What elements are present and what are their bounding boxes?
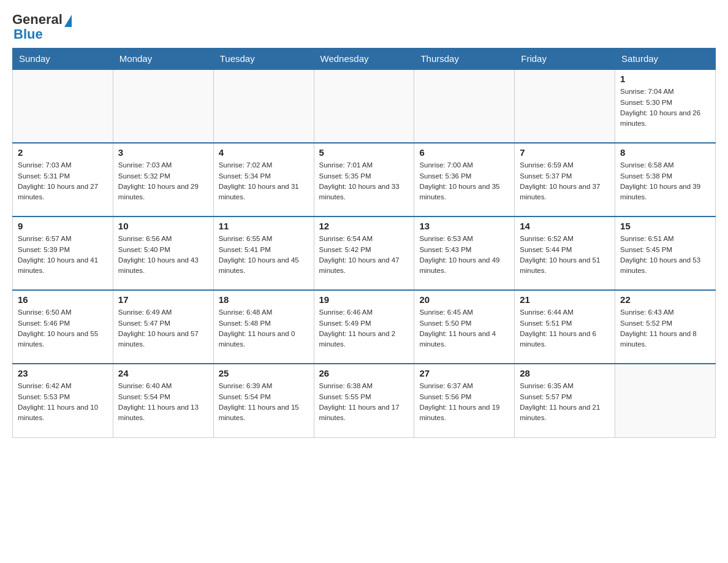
calendar-header: SundayMondayTuesdayWednesdayThursdayFrid…: [13, 48, 716, 70]
calendar-cell: 8Sunrise: 6:58 AM Sunset: 5:38 PM Daylig…: [615, 143, 716, 216]
day-info: Sunrise: 7:01 AM Sunset: 5:35 PM Dayligh…: [319, 160, 409, 202]
day-info: Sunrise: 6:37 AM Sunset: 5:56 PM Dayligh…: [419, 381, 509, 423]
day-info: Sunrise: 6:57 AM Sunset: 5:39 PM Dayligh…: [18, 234, 108, 276]
day-info: Sunrise: 6:59 AM Sunset: 5:37 PM Dayligh…: [520, 160, 610, 202]
day-number: 25: [219, 368, 309, 378]
day-number: 17: [118, 294, 208, 305]
calendar-cell: 25Sunrise: 6:39 AM Sunset: 5:54 PM Dayli…: [213, 364, 314, 437]
day-info: Sunrise: 7:03 AM Sunset: 5:31 PM Dayligh…: [18, 160, 108, 202]
calendar-cell: 21Sunrise: 6:44 AM Sunset: 5:51 PM Dayli…: [515, 290, 615, 364]
day-number: 24: [118, 368, 208, 378]
day-info: Sunrise: 7:00 AM Sunset: 5:36 PM Dayligh…: [419, 160, 509, 202]
calendar-cell: 22Sunrise: 6:43 AM Sunset: 5:52 PM Dayli…: [615, 290, 716, 364]
day-info: Sunrise: 6:39 AM Sunset: 5:54 PM Dayligh…: [219, 381, 309, 423]
calendar-cell: 14Sunrise: 6:52 AM Sunset: 5:44 PM Dayli…: [515, 216, 615, 290]
day-info: Sunrise: 6:35 AM Sunset: 5:57 PM Dayligh…: [520, 381, 610, 423]
calendar-cell: [113, 69, 213, 143]
day-number: 28: [520, 368, 610, 378]
day-number: 3: [118, 147, 208, 158]
header-monday: Monday: [113, 48, 213, 70]
calendar-cell: 18Sunrise: 6:48 AM Sunset: 5:48 PM Dayli…: [213, 290, 314, 364]
day-info: Sunrise: 7:04 AM Sunset: 5:30 PM Dayligh…: [620, 86, 710, 129]
calendar-cell: 26Sunrise: 6:38 AM Sunset: 5:55 PM Dayli…: [314, 364, 414, 437]
day-number: 15: [620, 221, 710, 231]
day-number: 1: [620, 74, 710, 84]
header-thursday: Thursday: [414, 48, 515, 70]
calendar-cell: [13, 69, 113, 143]
day-number: 20: [419, 294, 509, 305]
calendar-cell: 5Sunrise: 7:01 AM Sunset: 5:35 PM Daylig…: [314, 143, 414, 216]
day-number: 18: [219, 294, 309, 305]
day-number: 8: [620, 147, 710, 158]
day-number: 22: [620, 294, 710, 305]
header-tuesday: Tuesday: [213, 48, 314, 70]
calendar-cell: 20Sunrise: 6:45 AM Sunset: 5:50 PM Dayli…: [414, 290, 515, 364]
calendar-cell: 19Sunrise: 6:46 AM Sunset: 5:49 PM Dayli…: [314, 290, 414, 364]
day-number: 7: [520, 147, 610, 158]
calendar-cell: 27Sunrise: 6:37 AM Sunset: 5:56 PM Dayli…: [414, 364, 515, 437]
calendar-cell: 10Sunrise: 6:56 AM Sunset: 5:40 PM Dayli…: [113, 216, 213, 290]
calendar-cell: [615, 364, 716, 437]
calendar-cell: 3Sunrise: 7:03 AM Sunset: 5:32 PM Daylig…: [113, 143, 213, 216]
day-info: Sunrise: 6:51 AM Sunset: 5:45 PM Dayligh…: [620, 234, 710, 276]
day-info: Sunrise: 6:52 AM Sunset: 5:44 PM Dayligh…: [520, 234, 610, 276]
calendar-cell: 11Sunrise: 6:55 AM Sunset: 5:41 PM Dayli…: [213, 216, 314, 290]
header-saturday: Saturday: [615, 48, 716, 70]
day-number: 27: [419, 368, 509, 378]
day-number: 9: [18, 221, 108, 231]
day-info: Sunrise: 6:58 AM Sunset: 5:38 PM Dayligh…: [620, 160, 710, 202]
calendar-cell: 13Sunrise: 6:53 AM Sunset: 5:43 PM Dayli…: [414, 216, 515, 290]
day-info: Sunrise: 6:54 AM Sunset: 5:42 PM Dayligh…: [319, 234, 409, 276]
day-info: Sunrise: 6:42 AM Sunset: 5:53 PM Dayligh…: [18, 381, 108, 423]
day-number: 13: [419, 221, 509, 231]
day-info: Sunrise: 6:56 AM Sunset: 5:40 PM Dayligh…: [118, 234, 208, 276]
week-row-0: 1Sunrise: 7:04 AM Sunset: 5:30 PM Daylig…: [13, 69, 716, 143]
logo-blue: Blue: [13, 27, 72, 42]
calendar-cell: 16Sunrise: 6:50 AM Sunset: 5:46 PM Dayli…: [13, 290, 113, 364]
calendar-cell: 1Sunrise: 7:04 AM Sunset: 5:30 PM Daylig…: [615, 69, 716, 143]
week-row-3: 16Sunrise: 6:50 AM Sunset: 5:46 PM Dayli…: [13, 290, 716, 364]
day-info: Sunrise: 6:55 AM Sunset: 5:41 PM Dayligh…: [219, 234, 309, 276]
week-row-1: 2Sunrise: 7:03 AM Sunset: 5:31 PM Daylig…: [13, 143, 716, 216]
logo: General Blue: [12, 12, 72, 42]
calendar-cell: 2Sunrise: 7:03 AM Sunset: 5:31 PM Daylig…: [13, 143, 113, 216]
day-info: Sunrise: 7:02 AM Sunset: 5:34 PM Dayligh…: [219, 160, 309, 202]
calendar-cell: [414, 69, 515, 143]
day-number: 19: [319, 294, 409, 305]
calendar-cell: 24Sunrise: 6:40 AM Sunset: 5:54 PM Dayli…: [113, 364, 213, 437]
day-number: 12: [319, 221, 409, 231]
calendar-cell: [213, 69, 314, 143]
day-info: Sunrise: 6:43 AM Sunset: 5:52 PM Dayligh…: [620, 307, 710, 350]
calendar-cell: 9Sunrise: 6:57 AM Sunset: 5:39 PM Daylig…: [13, 216, 113, 290]
day-info: Sunrise: 6:45 AM Sunset: 5:50 PM Dayligh…: [419, 307, 509, 350]
page-header: General Blue: [12, 12, 716, 42]
day-info: Sunrise: 6:49 AM Sunset: 5:47 PM Dayligh…: [118, 307, 208, 350]
day-number: 11: [219, 221, 309, 231]
calendar-cell: 28Sunrise: 6:35 AM Sunset: 5:57 PM Dayli…: [515, 364, 615, 437]
day-number: 14: [520, 221, 610, 231]
header-friday: Friday: [515, 48, 615, 70]
calendar-cell: [314, 69, 414, 143]
day-info: Sunrise: 6:46 AM Sunset: 5:49 PM Dayligh…: [319, 307, 409, 350]
calendar-cell: 23Sunrise: 6:42 AM Sunset: 5:53 PM Dayli…: [13, 364, 113, 437]
day-number: 23: [18, 368, 108, 378]
day-info: Sunrise: 6:53 AM Sunset: 5:43 PM Dayligh…: [419, 234, 509, 276]
day-info: Sunrise: 6:50 AM Sunset: 5:46 PM Dayligh…: [18, 307, 108, 350]
day-info: Sunrise: 7:03 AM Sunset: 5:32 PM Dayligh…: [118, 160, 208, 202]
calendar-cell: 17Sunrise: 6:49 AM Sunset: 5:47 PM Dayli…: [113, 290, 213, 364]
day-info: Sunrise: 6:38 AM Sunset: 5:55 PM Dayligh…: [319, 381, 409, 423]
day-number: 4: [219, 147, 309, 158]
day-number: 21: [520, 294, 610, 305]
calendar-cell: 7Sunrise: 6:59 AM Sunset: 5:37 PM Daylig…: [515, 143, 615, 216]
day-number: 26: [319, 368, 409, 378]
logo-general: General: [12, 12, 63, 27]
calendar-cell: 12Sunrise: 6:54 AM Sunset: 5:42 PM Dayli…: [314, 216, 414, 290]
week-row-4: 23Sunrise: 6:42 AM Sunset: 5:53 PM Dayli…: [13, 364, 716, 437]
header-row: SundayMondayTuesdayWednesdayThursdayFrid…: [13, 48, 716, 70]
day-number: 5: [319, 147, 409, 158]
calendar-cell: 6Sunrise: 7:00 AM Sunset: 5:36 PM Daylig…: [414, 143, 515, 216]
calendar-cell: 4Sunrise: 7:02 AM Sunset: 5:34 PM Daylig…: [213, 143, 314, 216]
calendar-table: SundayMondayTuesdayWednesdayThursdayFrid…: [12, 48, 716, 438]
calendar-cell: [515, 69, 615, 143]
day-number: 16: [18, 294, 108, 305]
